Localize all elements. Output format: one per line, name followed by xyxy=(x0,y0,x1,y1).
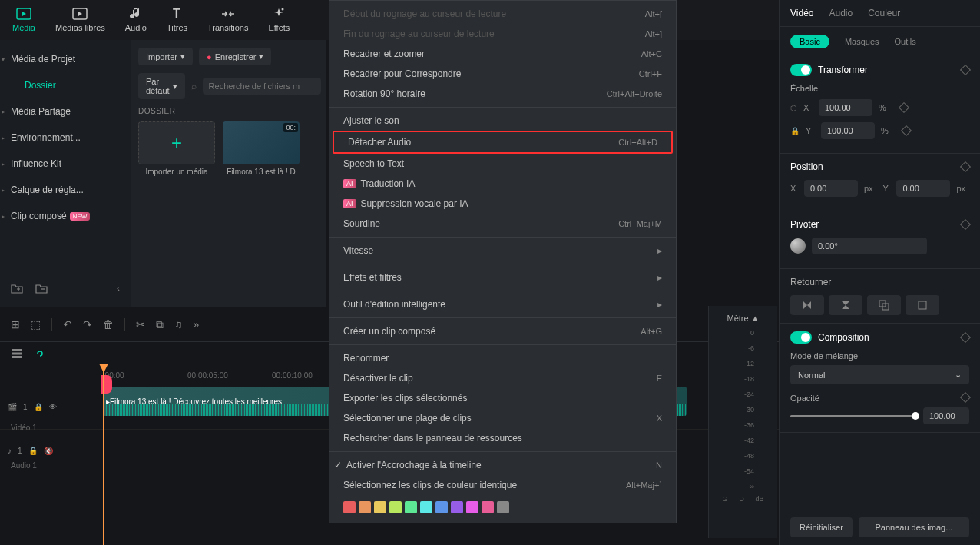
scale-x-input[interactable] xyxy=(819,99,872,116)
mute-icon[interactable]: 🔇 xyxy=(44,447,53,455)
video-thumb[interactable]: 00: Filmora 13 est là ! D xyxy=(223,121,300,176)
image-panel-button[interactable]: Panneau des imag... xyxy=(859,517,969,537)
color-swatch[interactable] xyxy=(435,501,448,513)
menu-item[interactable]: Détacher AudioCtrl+Alt+D xyxy=(333,131,673,154)
menu-item[interactable]: Ajuster le son xyxy=(329,111,676,131)
tool-effects[interactable]: Effets xyxy=(265,5,293,34)
menu-item[interactable]: Speech to Text xyxy=(329,154,676,174)
flip-h-button[interactable] xyxy=(790,295,824,315)
menu-item[interactable]: Rechercher dans le panneau de ressources xyxy=(329,428,676,448)
color-swatch[interactable] xyxy=(359,501,371,513)
tool-titles[interactable]: T Titres xyxy=(164,5,190,34)
sort-dropdown[interactable]: Par défaut ▾ xyxy=(138,73,185,99)
menu-item[interactable]: Désactiver le clipE xyxy=(329,368,676,388)
tl-crop-icon[interactable]: ⧉ xyxy=(156,318,164,331)
keyframe-icon[interactable] xyxy=(960,332,971,343)
menu-item[interactable]: Exporter les clips sélectionnés xyxy=(329,388,676,408)
blend-select[interactable]: Normal ⌄ xyxy=(790,365,969,384)
sidebar-dossier[interactable]: Dossier xyxy=(0,72,131,98)
menu-item[interactable]: Vitesse▸ xyxy=(329,241,676,261)
reset-button[interactable]: Réinitialiser xyxy=(790,517,853,537)
tool-media[interactable]: Média xyxy=(9,5,38,34)
visibility-icon[interactable]: 👁 xyxy=(49,403,57,411)
composition-toggle[interactable] xyxy=(790,331,812,344)
subtab-tools[interactable]: Outils xyxy=(895,37,916,46)
tl-tracks-icon[interactable] xyxy=(11,348,23,359)
menu-item[interactable]: Renommer xyxy=(329,348,676,368)
import-dropdown[interactable]: Importer ▾ xyxy=(138,48,193,65)
inspector-tab-video[interactable]: Vidéo xyxy=(790,8,813,18)
collapse-icon[interactable]: ‹ xyxy=(117,283,120,294)
color-swatch[interactable] xyxy=(374,501,386,513)
playhead[interactable] xyxy=(103,365,104,545)
flip-copy-button[interactable] xyxy=(867,295,901,315)
tl-delete-icon[interactable]: 🗑 xyxy=(103,318,114,331)
tl-grid-icon[interactable]: ⊞ xyxy=(11,318,20,331)
menu-item[interactable]: SourdineCtrl+Maj+M xyxy=(329,214,676,234)
keyframe-icon[interactable] xyxy=(960,392,971,403)
sidebar-project-media[interactable]: ▾Média de Projet xyxy=(0,46,131,72)
subtab-basic[interactable]: Basic xyxy=(790,35,829,48)
opacity-slider[interactable] xyxy=(790,415,915,417)
tl-cursor-icon[interactable]: ⬚ xyxy=(31,318,41,331)
tl-link-icon[interactable] xyxy=(34,348,46,359)
sidebar-item-shared[interactable]: ▸Média Partagé xyxy=(0,98,131,125)
color-swatch[interactable] xyxy=(389,501,402,513)
inspector-tab-color[interactable]: Couleur xyxy=(868,8,900,18)
folder-remove-icon[interactable] xyxy=(35,283,48,294)
sidebar-item-env[interactable]: ▸Environnement... xyxy=(0,125,131,151)
inspector-tab-audio[interactable]: Audio xyxy=(829,8,853,18)
tool-stock[interactable]: Médias libres xyxy=(52,5,108,34)
keyframe-icon[interactable] xyxy=(960,65,971,75)
tl-cut-icon[interactable]: ✂ xyxy=(136,318,145,331)
tl-music-icon[interactable]: ♫ xyxy=(174,318,183,331)
rotate-input[interactable] xyxy=(812,238,927,254)
menu-item[interactable]: Outil d'édition intelligente▸ xyxy=(329,294,676,314)
lock-icon[interactable]: 🔒 xyxy=(790,127,800,135)
sidebar-item-compound[interactable]: ▸Clip composéNEW xyxy=(0,203,131,229)
menu-item[interactable]: Effets et filtres▸ xyxy=(329,268,676,287)
import-media-thumb[interactable]: + Importer un média xyxy=(138,121,215,176)
color-swatch[interactable] xyxy=(420,501,432,513)
keyframe-icon[interactable] xyxy=(901,125,912,136)
subtab-masks[interactable]: Masques xyxy=(845,37,879,46)
menu-item[interactable]: Créer un clip composéAlt+G xyxy=(329,321,676,341)
pos-x-input[interactable] xyxy=(804,180,858,197)
meter-title[interactable]: Mètre ▲ xyxy=(717,314,770,323)
sidebar-item-influence[interactable]: ▸Influence Kit xyxy=(0,151,131,177)
menu-item[interactable]: Sélectionnez les clips de couleur identi… xyxy=(329,475,676,495)
tl-more-icon[interactable]: » xyxy=(194,318,200,331)
flip-square-button[interactable] xyxy=(906,295,939,315)
menu-item[interactable]: AISuppression vocale par IA xyxy=(329,194,676,214)
sidebar-item-adjustment[interactable]: ▸Calque de régla... xyxy=(0,177,131,203)
flip-v-button[interactable] xyxy=(829,295,862,315)
color-swatch[interactable] xyxy=(451,501,463,513)
menu-item[interactable]: Sélectionner une plage de clipsX xyxy=(329,408,676,428)
folder-add-icon[interactable] xyxy=(11,283,23,294)
link-icon[interactable]: ⬡ xyxy=(790,104,797,112)
color-swatch[interactable] xyxy=(466,501,478,513)
tl-undo-icon[interactable]: ↶ xyxy=(63,318,72,331)
opacity-input[interactable] xyxy=(923,407,969,424)
media-search-input[interactable] xyxy=(203,78,321,95)
pos-y-input[interactable] xyxy=(896,180,950,197)
tool-transitions[interactable]: Transitions xyxy=(204,5,251,34)
color-swatch[interactable] xyxy=(482,501,494,513)
menu-item[interactable]: Recadrer et zoomerAlt+C xyxy=(329,44,676,64)
rotate-knob[interactable] xyxy=(790,238,806,254)
color-swatch[interactable] xyxy=(343,501,356,513)
menu-item[interactable]: Rotation 90° horaireCtrl+Alt+Droite xyxy=(329,84,676,104)
keyframe-icon[interactable] xyxy=(899,102,909,113)
tool-audio[interactable]: Audio xyxy=(122,5,150,34)
scale-y-input[interactable] xyxy=(821,122,875,139)
lock-icon[interactable]: 🔒 xyxy=(28,447,38,455)
lock-icon[interactable]: 🔒 xyxy=(34,403,43,411)
keyframe-icon[interactable] xyxy=(960,161,971,172)
color-swatch[interactable] xyxy=(497,501,509,513)
menu-item[interactable]: Recadrer pour CorrespondreCtrl+F xyxy=(329,64,676,84)
record-dropdown[interactable]: ● Enregistrer ▾ xyxy=(199,48,271,65)
transform-toggle[interactable] xyxy=(790,64,812,76)
keyframe-icon[interactable] xyxy=(960,219,971,230)
tl-redo-icon[interactable]: ↷ xyxy=(83,318,92,331)
color-swatch[interactable] xyxy=(405,501,417,513)
